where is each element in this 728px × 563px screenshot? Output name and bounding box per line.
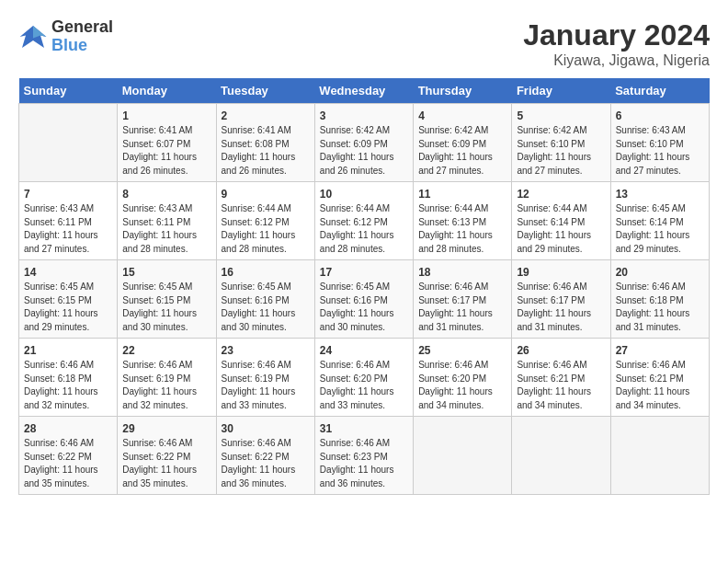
day-info: Sunrise: 6:43 AMSunset: 6:11 PMDaylight:… (122, 202, 210, 256)
day-number: 13 (616, 186, 704, 202)
day-number: 30 (222, 420, 310, 437)
day-info: Sunrise: 6:46 AMSunset: 6:17 PMDaylight:… (517, 281, 605, 334)
day-number: 7 (24, 186, 112, 202)
day-number: 9 (222, 186, 310, 202)
day-info: Sunrise: 6:46 AMSunset: 6:21 PMDaylight:… (517, 359, 605, 412)
day-number: 4 (418, 108, 506, 124)
day-number: 23 (222, 342, 310, 359)
calendar-cell: 11Sunrise: 6:44 AMSunset: 6:13 PMDayligh… (414, 182, 512, 260)
day-number: 27 (616, 342, 704, 359)
day-info: Sunrise: 6:44 AMSunset: 6:12 PMDaylight:… (222, 202, 310, 256)
calendar-cell (512, 417, 610, 495)
calendar-header-row: SundayMondayTuesdayWednesdayThursdayFrid… (19, 78, 710, 104)
calendar-cell: 20Sunrise: 6:46 AMSunset: 6:18 PMDayligh… (610, 260, 709, 339)
day-number: 1 (122, 108, 210, 124)
logo-text: General Blue (51, 18, 113, 55)
calendar-cell: 30Sunrise: 6:46 AMSunset: 6:22 PMDayligh… (216, 417, 314, 495)
day-number: 31 (320, 420, 408, 437)
day-info: Sunrise: 6:46 AMSunset: 6:20 PMDaylight:… (418, 359, 506, 412)
calendar-cell: 18Sunrise: 6:46 AMSunset: 6:17 PMDayligh… (414, 260, 512, 339)
day-number: 5 (517, 108, 605, 124)
calendar-cell: 13Sunrise: 6:45 AMSunset: 6:14 PMDayligh… (610, 182, 709, 260)
calendar-week-row: 1Sunrise: 6:41 AMSunset: 6:07 PMDaylight… (19, 104, 710, 182)
day-number: 24 (320, 342, 408, 359)
calendar-cell: 28Sunrise: 6:46 AMSunset: 6:22 PMDayligh… (19, 417, 118, 495)
header-friday: Friday (512, 78, 610, 104)
day-info: Sunrise: 6:44 AMSunset: 6:14 PMDaylight:… (517, 202, 605, 256)
calendar-cell: 29Sunrise: 6:46 AMSunset: 6:22 PMDayligh… (118, 417, 216, 495)
day-info: Sunrise: 6:46 AMSunset: 6:19 PMDaylight:… (122, 359, 210, 412)
calendar-cell (610, 417, 709, 495)
day-info: Sunrise: 6:45 AMSunset: 6:15 PMDaylight:… (24, 281, 112, 334)
day-info: Sunrise: 6:46 AMSunset: 6:18 PMDaylight:… (24, 359, 112, 412)
calendar-cell: 10Sunrise: 6:44 AMSunset: 6:12 PMDayligh… (314, 182, 413, 260)
day-info: Sunrise: 6:42 AMSunset: 6:09 PMDaylight:… (320, 124, 408, 178)
day-info: Sunrise: 6:45 AMSunset: 6:14 PMDaylight:… (616, 202, 704, 256)
calendar-cell: 3Sunrise: 6:42 AMSunset: 6:09 PMDaylight… (314, 104, 413, 182)
day-info: Sunrise: 6:43 AMSunset: 6:11 PMDaylight:… (24, 202, 112, 256)
day-info: Sunrise: 6:46 AMSunset: 6:18 PMDaylight:… (616, 281, 704, 334)
calendar-cell: 15Sunrise: 6:45 AMSunset: 6:15 PMDayligh… (118, 260, 216, 339)
day-info: Sunrise: 6:46 AMSunset: 6:19 PMDaylight:… (222, 359, 310, 412)
day-number: 10 (320, 186, 408, 202)
calendar-cell: 24Sunrise: 6:46 AMSunset: 6:20 PMDayligh… (314, 339, 413, 417)
header-sunday: Sunday (19, 78, 118, 104)
calendar-cell: 12Sunrise: 6:44 AMSunset: 6:14 PMDayligh… (512, 182, 610, 260)
day-number: 14 (24, 264, 112, 281)
day-info: Sunrise: 6:42 AMSunset: 6:10 PMDaylight:… (517, 124, 605, 178)
day-number: 3 (320, 108, 408, 124)
day-info: Sunrise: 6:42 AMSunset: 6:09 PMDaylight:… (418, 124, 506, 178)
page-title: January 2024 (523, 18, 710, 52)
day-info: Sunrise: 6:44 AMSunset: 6:13 PMDaylight:… (418, 202, 506, 256)
calendar-week-row: 28Sunrise: 6:46 AMSunset: 6:22 PMDayligh… (19, 417, 710, 495)
calendar-week-row: 14Sunrise: 6:45 AMSunset: 6:15 PMDayligh… (19, 260, 710, 339)
calendar-week-row: 21Sunrise: 6:46 AMSunset: 6:18 PMDayligh… (19, 339, 710, 417)
calendar-cell: 19Sunrise: 6:46 AMSunset: 6:17 PMDayligh… (512, 260, 610, 339)
calendar-cell: 8Sunrise: 6:43 AMSunset: 6:11 PMDaylight… (118, 182, 216, 260)
calendar-cell: 21Sunrise: 6:46 AMSunset: 6:18 PMDayligh… (19, 339, 118, 417)
day-number: 16 (222, 264, 310, 281)
header-tuesday: Tuesday (216, 78, 314, 104)
calendar-cell: 2Sunrise: 6:41 AMSunset: 6:08 PMDaylight… (216, 104, 314, 182)
calendar-cell: 9Sunrise: 6:44 AMSunset: 6:12 PMDaylight… (216, 182, 314, 260)
day-info: Sunrise: 6:46 AMSunset: 6:20 PMDaylight:… (320, 359, 408, 412)
calendar-cell: 17Sunrise: 6:45 AMSunset: 6:16 PMDayligh… (314, 260, 413, 339)
calendar-cell (414, 417, 512, 495)
day-number: 20 (616, 264, 704, 281)
calendar-cell: 7Sunrise: 6:43 AMSunset: 6:11 PMDaylight… (19, 182, 118, 260)
day-info: Sunrise: 6:46 AMSunset: 6:21 PMDaylight:… (616, 359, 704, 412)
calendar-cell: 27Sunrise: 6:46 AMSunset: 6:21 PMDayligh… (610, 339, 709, 417)
day-info: Sunrise: 6:46 AMSunset: 6:23 PMDaylight:… (320, 437, 408, 490)
day-info: Sunrise: 6:45 AMSunset: 6:16 PMDaylight:… (222, 281, 310, 334)
day-info: Sunrise: 6:43 AMSunset: 6:10 PMDaylight:… (616, 124, 704, 178)
calendar-cell (19, 104, 118, 182)
day-number: 12 (517, 186, 605, 202)
day-number: 28 (24, 420, 112, 437)
day-number: 11 (418, 186, 506, 202)
day-number: 21 (24, 342, 112, 359)
calendar-cell: 1Sunrise: 6:41 AMSunset: 6:07 PMDaylight… (118, 104, 216, 182)
day-number: 26 (517, 342, 605, 359)
header-wednesday: Wednesday (314, 78, 413, 104)
day-number: 17 (320, 264, 408, 281)
header-monday: Monday (118, 78, 216, 104)
calendar-cell: 5Sunrise: 6:42 AMSunset: 6:10 PMDaylight… (512, 104, 610, 182)
day-number: 8 (122, 186, 210, 202)
header-thursday: Thursday (414, 78, 512, 104)
day-number: 6 (616, 108, 704, 124)
calendar-cell: 22Sunrise: 6:46 AMSunset: 6:19 PMDayligh… (118, 339, 216, 417)
calendar-cell: 16Sunrise: 6:45 AMSunset: 6:16 PMDayligh… (216, 260, 314, 339)
day-number: 29 (122, 420, 210, 437)
day-number: 25 (418, 342, 506, 359)
day-number: 22 (122, 342, 210, 359)
day-info: Sunrise: 6:45 AMSunset: 6:15 PMDaylight:… (122, 281, 210, 334)
day-number: 19 (517, 264, 605, 281)
page-subtitle: Kiyawa, Jigawa, Nigeria (523, 52, 710, 69)
day-info: Sunrise: 6:45 AMSunset: 6:16 PMDaylight:… (320, 281, 408, 334)
calendar-cell: 31Sunrise: 6:46 AMSunset: 6:23 PMDayligh… (314, 417, 413, 495)
header-saturday: Saturday (610, 78, 709, 104)
logo: General Blue (18, 18, 113, 55)
day-number: 18 (418, 264, 506, 281)
calendar-cell: 4Sunrise: 6:42 AMSunset: 6:09 PMDaylight… (414, 104, 512, 182)
calendar-week-row: 7Sunrise: 6:43 AMSunset: 6:11 PMDaylight… (19, 182, 710, 260)
